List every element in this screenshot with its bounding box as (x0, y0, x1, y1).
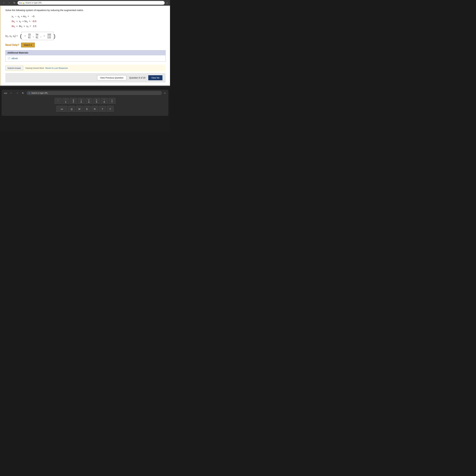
key-w[interactable]: W (76, 106, 83, 113)
keyboard-area: esc ← → ↻ G Search or type URL ☆ ~` !1 @… (0, 87, 170, 131)
number-key-row: ~` !1 @2 #3 $4 %5 ^6 &7 (3, 98, 167, 105)
keyboard-address-bar[interactable]: G Search or type URL (27, 91, 162, 95)
view-next-button[interactable]: View Ne (148, 75, 162, 80)
keyboard-star-icon: ☆ (164, 92, 166, 95)
need-help-row: Need Help? Watch It (5, 43, 166, 47)
keyboard-forward-button[interactable]: → (15, 91, 19, 95)
key-6[interactable]: ^6 (101, 98, 108, 105)
watch-it-button[interactable]: Watch It (21, 43, 35, 47)
key-e[interactable]: E (84, 106, 90, 113)
key-5[interactable]: %5 (93, 98, 100, 105)
keyboard-google-logo: G (29, 92, 30, 94)
ebook-link[interactable]: 📄 eBook (7, 57, 164, 60)
additional-materials-body: 📄 eBook (5, 55, 166, 62)
keyboard-top-bar: esc ← → ↻ G Search or type URL ☆ (1, 90, 169, 96)
viewing-saved-text: Viewing Saved Work Revert to Last Respon… (25, 67, 68, 69)
omnibox[interactable]: Goog Search or type URL (17, 1, 165, 5)
key-2[interactable]: @2 (70, 98, 77, 105)
qwerty-key-row: tab Q W E R T Y (3, 106, 167, 113)
ebook-icon: 📄 (7, 57, 11, 60)
key-q[interactable]: Q (68, 106, 75, 113)
forward-button[interactable]: → (7, 1, 11, 5)
keyboard-rows: ~` !1 @2 #3 $4 %5 ^6 &7 tab Q W E R T Y (1, 96, 169, 116)
omnibox-text: Search or type URL (25, 2, 42, 4)
equation-3: 6x1 + 8x2 + x3 = 2.5 (12, 24, 166, 29)
key-3[interactable]: #3 (78, 98, 85, 105)
solution-value: ( − 33 61 , 54 61 , − (20, 32, 55, 40)
additional-materials-section: Additional Materials 📄 eBook (5, 50, 166, 62)
key-4[interactable]: $4 (85, 98, 92, 105)
solution-line: (x1, x2, x3) = ( − 33 61 , 54 61 (5, 32, 166, 40)
screen: ← → ↻ Goog Search or type URL ☆ Solve th… (0, 0, 170, 87)
additional-materials-header: Additional Materials (5, 50, 166, 55)
key-r[interactable]: R (91, 106, 98, 113)
keyboard-refresh-button[interactable]: ↻ (21, 91, 25, 95)
google-logo: Goog (19, 2, 24, 4)
keyboard-back-button[interactable]: ← (9, 91, 13, 95)
view-previous-button[interactable]: View Previous Question (97, 75, 126, 80)
nav-bar: View Previous Question Question 6 of 20 … (5, 73, 166, 83)
browser-bar: ← → ↻ Goog Search or type URL ☆ (0, 0, 170, 6)
equation-1: x1 − x2 + 4x3 = −5 (12, 14, 166, 19)
key-1[interactable]: !1 (62, 98, 69, 105)
fraction-1: 33 61 (28, 33, 31, 39)
keyboard-search-text: Search or type URL (31, 92, 48, 94)
revert-link[interactable]: Revert to Last Response (45, 67, 68, 69)
refresh-button[interactable]: ↻ (13, 1, 16, 5)
bookmark-star-icon: ☆ (166, 1, 168, 4)
key-7[interactable]: &7 (109, 98, 116, 105)
equation-2: 5x1 + x2 + 5x3 = −8.5 (12, 19, 166, 24)
key-tab[interactable]: tab (56, 106, 67, 113)
submit-answer-button[interactable]: Submit Answer (5, 66, 23, 70)
key-t[interactable]: T (99, 106, 106, 113)
need-help-label: Need Help? (5, 44, 19, 46)
solution-label: (x1, x2, x3) = (5, 34, 18, 38)
submit-row: Submit Answer Viewing Saved Work Revert … (5, 65, 166, 71)
equations-block: x1 − x2 + 4x3 = −5 5x1 + x2 + 5x3 = −8.5… (12, 14, 166, 29)
fraction-2: 54 61 (36, 33, 38, 39)
key-y[interactable]: Y (107, 106, 114, 113)
esc-key-label[interactable]: esc (4, 92, 7, 94)
fraction-box: − 33 61 , 54 61 , − 163 (22, 32, 54, 40)
content-area: Solve the following system of equations … (0, 6, 170, 86)
problem-statement: Solve the following system of equations … (5, 9, 166, 12)
back-button[interactable]: ← (2, 1, 6, 5)
key-tilde[interactable]: ~` (55, 98, 62, 105)
fraction-3: 163 122 (47, 33, 51, 39)
ebook-label: eBook (12, 57, 18, 60)
question-counter: Question 6 of 20 (126, 75, 148, 80)
